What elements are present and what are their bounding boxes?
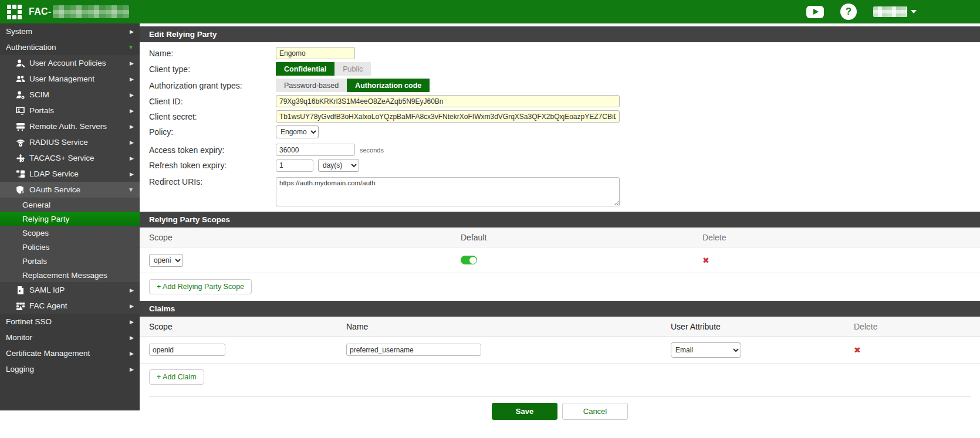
- default-toggle[interactable]: [461, 256, 477, 264]
- scopes-col-delete: Delete: [702, 233, 980, 242]
- client-id-input[interactable]: [276, 95, 620, 107]
- chevron-right-icon: ▶: [130, 171, 134, 177]
- grid-agent-icon: [15, 301, 25, 311]
- shield-icon: [15, 185, 25, 195]
- authentication-submenu: User Account Policies ▶ User Management …: [0, 55, 140, 314]
- portal-screen-icon: [15, 106, 25, 116]
- grant-authcode-button[interactable]: Authorization code: [347, 79, 430, 92]
- relying-party-form: Name: Client type: Confidential Public A…: [140, 42, 980, 206]
- sidebar-item-user-account-policies[interactable]: User Account Policies ▶: [0, 55, 140, 71]
- redirect-uris-textarea[interactable]: https://auth.mydomain.com/auth: [276, 177, 620, 206]
- sidebar-item-oauth-portals[interactable]: Portals: [0, 254, 140, 268]
- sidebar-item-radius-service[interactable]: RADIUS Service ▶: [0, 134, 140, 150]
- grant-types-label: Authorization grant types:: [149, 81, 276, 90]
- scopes-col-default: Default: [461, 233, 702, 242]
- redacted-hostname: [53, 5, 129, 18]
- edit-relying-party-header: Edit Relying Party: [140, 26, 980, 42]
- claim-scope-input[interactable]: [149, 344, 225, 356]
- scope-select[interactable]: openid: [149, 254, 183, 267]
- chevron-right-icon: ▶: [130, 124, 134, 130]
- sidebar-item-oauth-scopes[interactable]: Scopes: [0, 226, 140, 240]
- claims-col-name: Name: [346, 322, 671, 331]
- claim-user-attribute-select[interactable]: Email: [671, 342, 741, 358]
- sidebar-item-fortinet-sso[interactable]: Fortinet SSO ▶: [0, 314, 140, 330]
- wifi-icon: [15, 137, 25, 147]
- chevron-right-icon: ▶: [130, 303, 134, 309]
- user-menu[interactable]: [873, 6, 917, 17]
- access-token-expiry-label: Access token expiry:: [149, 145, 276, 155]
- caret-down-icon: [911, 10, 917, 13]
- chevron-right-icon: ▶: [130, 351, 134, 356]
- sidebar-item-oauth-general[interactable]: General: [0, 198, 140, 212]
- sidebar-item-user-management[interactable]: User Management ▶: [0, 71, 140, 87]
- sidebar-item-portals[interactable]: Portals ▶: [0, 103, 140, 118]
- delete-scope-icon[interactable]: ✖: [702, 256, 709, 265]
- add-relying-party-scope-button[interactable]: + Add Relying Party Scope: [149, 279, 252, 294]
- client-type-public-button[interactable]: Public: [334, 62, 371, 76]
- sidebar-item-oauth-policies[interactable]: Policies: [0, 240, 140, 254]
- client-type-toggle: Confidential Public: [276, 62, 371, 76]
- sidebar-item-system[interactable]: System ▶: [0, 23, 140, 39]
- sidebar: System ▶ Authentication ▼ User Account P…: [0, 23, 140, 410]
- claim-name-input[interactable]: [346, 344, 481, 356]
- claims-col-scope: Scope: [149, 322, 346, 331]
- scopes-col-scope: Scope: [149, 233, 461, 242]
- name-input[interactable]: [276, 47, 355, 59]
- client-id-label: Client ID:: [149, 97, 276, 106]
- user-gear-icon: [15, 90, 25, 100]
- claims-table-row: Email ✖: [140, 337, 980, 364]
- save-button[interactable]: Save: [492, 403, 557, 420]
- chevron-right-icon: ▶: [130, 76, 134, 82]
- sidebar-item-oauth-service[interactable]: OAuth Service ▼: [0, 182, 140, 198]
- chevron-down-icon: ▼: [128, 44, 134, 50]
- document-icon: [15, 285, 25, 295]
- main-content: Edit Relying Party Name: Client type: Co…: [140, 23, 980, 438]
- refresh-token-expiry-input[interactable]: [276, 159, 313, 172]
- cross-arrows-icon: [15, 153, 25, 163]
- scopes-table-header: Scope Default Delete: [140, 228, 980, 247]
- policy-select[interactable]: Engomo: [276, 125, 319, 138]
- redirect-uris-label: Redirect URIs:: [149, 177, 276, 186]
- claims-col-delete: Delete: [854, 322, 980, 331]
- sidebar-item-scim[interactable]: SCIM ▶: [0, 87, 140, 103]
- sidebar-item-remote-auth-servers[interactable]: Remote Auth. Servers ▶: [0, 118, 140, 134]
- client-secret-input[interactable]: [276, 110, 620, 123]
- chevron-down-icon: ▼: [128, 186, 134, 193]
- policy-label: Policy:: [149, 127, 276, 137]
- chevron-right-icon: ▶: [130, 366, 134, 372]
- youtube-icon[interactable]: [806, 6, 824, 18]
- form-actions: Save Cancel: [140, 403, 980, 420]
- chevron-right-icon: ▶: [130, 60, 134, 66]
- sidebar-item-replacement-messages[interactable]: Replacement Messages: [0, 268, 140, 282]
- delete-claim-icon[interactable]: ✖: [854, 345, 861, 355]
- sidebar-item-logging[interactable]: Logging ▶: [0, 361, 140, 377]
- refresh-token-unit-select[interactable]: day(s): [318, 159, 359, 172]
- add-claim-button[interactable]: + Add Claim: [149, 369, 204, 385]
- sidebar-item-relying-party[interactable]: Relying Party: [0, 212, 140, 226]
- sidebar-item-monitor[interactable]: Monitor ▶: [0, 330, 140, 345]
- access-token-expiry-input[interactable]: [276, 144, 355, 156]
- sidebar-item-authentication[interactable]: Authentication ▼: [0, 39, 140, 55]
- claims-table-header: Scope Name User Attribute Delete: [140, 317, 980, 337]
- cancel-button[interactable]: Cancel: [562, 403, 628, 420]
- fortinet-logo-icon: [7, 5, 22, 19]
- chevron-right-icon: ▶: [130, 140, 134, 145]
- users-icon: [15, 74, 25, 84]
- appliance-name: FAC-: [29, 6, 52, 17]
- client-type-confidential-button[interactable]: Confidential: [276, 62, 334, 76]
- chevron-right-icon: ▶: [130, 335, 134, 341]
- access-token-unit: seconds: [360, 147, 384, 154]
- sidebar-item-saml-idp[interactable]: SAML IdP ▶: [0, 282, 140, 298]
- sidebar-item-tacacs-service[interactable]: TACACS+ Service ▶: [0, 150, 140, 166]
- help-icon[interactable]: ?: [840, 4, 857, 20]
- sidebar-item-ldap-service[interactable]: LDAP Service ▶: [0, 166, 140, 182]
- oauth-submenu: General Relying Party Scopes Policies Po…: [0, 198, 140, 282]
- name-label: Name:: [149, 49, 276, 58]
- scopes-table-row: openid ✖: [140, 247, 980, 273]
- sidebar-item-fac-agent[interactable]: FAC Agent ▶: [0, 298, 140, 314]
- user-policies-icon: [15, 58, 25, 68]
- grant-password-button[interactable]: Password-based: [276, 79, 347, 92]
- redacted-username: [873, 6, 907, 17]
- sidebar-item-certificate-management[interactable]: Certificate Management ▶: [0, 345, 140, 361]
- actions-divider: [149, 396, 971, 397]
